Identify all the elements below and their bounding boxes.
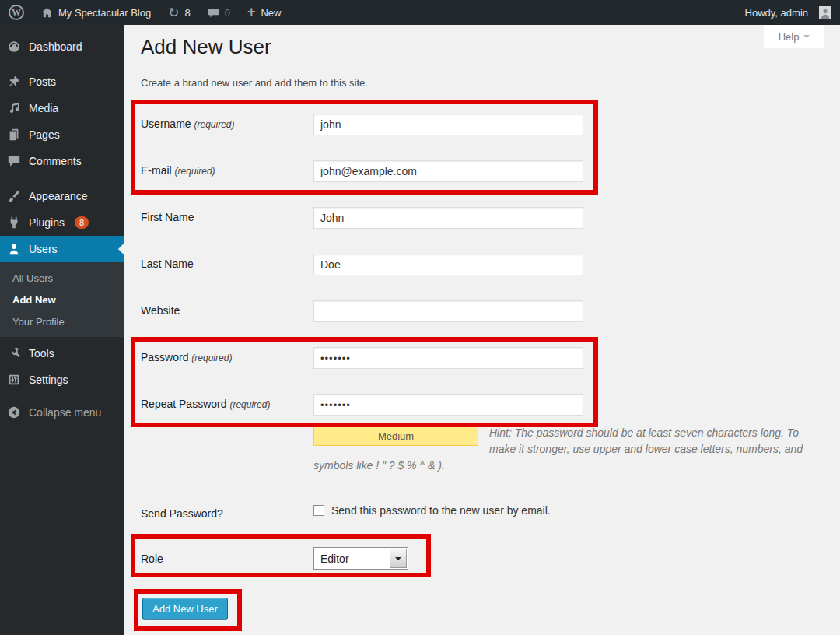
password-label: Password (required): [141, 351, 232, 363]
sidebar-item-appearance[interactable]: Appearance: [0, 183, 124, 209]
add-new-user-button[interactable]: Add New User: [142, 598, 228, 619]
help-button[interactable]: Help: [764, 25, 824, 48]
required-marker: (required): [194, 119, 234, 130]
sidebar-item-pages[interactable]: Pages: [0, 121, 124, 148]
password-strength-meter: Medium: [313, 426, 478, 446]
website-label: Website: [141, 304, 180, 317]
sidebar-item-label: Appearance: [29, 190, 88, 202]
wordpress-logo-menu[interactable]: W: [0, 0, 33, 25]
avatar: [819, 6, 831, 19]
repeat-password-label: Repeat Password (required): [141, 398, 270, 410]
required-marker: (required): [191, 353, 232, 363]
updates-count: 8: [184, 7, 190, 19]
account-menu[interactable]: Howdy, admin: [737, 0, 840, 25]
username-label: Username (required): [141, 118, 235, 130]
sidebar-item-label: Plugins: [29, 216, 65, 229]
password-input[interactable]: [313, 347, 583, 369]
comment-bubble-icon: [208, 7, 219, 19]
new-content-menu[interactable]: + New: [239, 0, 290, 25]
pages-icon: [6, 128, 22, 142]
site-name-label: My Spectacular Blog: [58, 7, 151, 19]
help-label: Help: [779, 31, 800, 43]
last-name-label: Last Name: [141, 258, 194, 270]
sidebar-item-comments[interactable]: Comments: [0, 148, 124, 174]
main-content: Help Add New User Create a brand new use…: [124, 25, 840, 635]
plugin-icon: [6, 216, 22, 230]
home-icon: [41, 7, 53, 19]
new-label: New: [261, 7, 281, 19]
role-selected-value: Editor: [320, 553, 349, 565]
sidebar-item-posts[interactable]: Posts: [0, 68, 124, 95]
sidebar-item-label: Pages: [29, 128, 60, 141]
sidebar-item-dashboard[interactable]: Dashboard: [0, 33, 124, 60]
first-name-input[interactable]: [313, 207, 583, 229]
sidebar-item-plugins[interactable]: Plugins 8: [0, 209, 124, 236]
email-input[interactable]: [313, 160, 583, 182]
page-title: Add New User: [141, 35, 271, 59]
sidebar-item-label: Posts: [29, 75, 56, 88]
chevron-down-icon: [803, 35, 810, 41]
sidebar-item-label: Media: [29, 102, 58, 114]
admin-sidebar: Dashboard Posts Media Pages Comments App…: [0, 25, 124, 635]
sidebar-item-tools[interactable]: Tools: [0, 340, 124, 367]
comments-icon: [6, 154, 22, 168]
sidebar-item-settings[interactable]: Settings: [0, 367, 124, 393]
sidebar-item-label: Settings: [29, 374, 68, 386]
wrench-icon: [6, 346, 22, 360]
users-icon: [6, 242, 22, 256]
admin-bar: W My Spectacular Blog ↻ 8 0 + New Howdy,…: [0, 0, 840, 25]
last-name-input[interactable]: [313, 254, 583, 275]
page-description: Create a brand new user and add them to …: [141, 77, 368, 89]
select-dropdown-button[interactable]: [390, 549, 407, 568]
dashboard-icon: [6, 40, 22, 54]
sidebar-item-label: Tools: [29, 347, 54, 360]
collapse-menu-label: Collapse menu: [29, 406, 101, 419]
collapse-menu-button[interactable]: Collapse menu: [0, 399, 124, 426]
collapse-icon: [6, 405, 22, 419]
email-label: E-mail (required): [141, 164, 215, 177]
paintbrush-icon: [6, 189, 22, 203]
comments-menu[interactable]: 0: [199, 0, 239, 25]
active-menu-arrow: [118, 243, 124, 255]
sidebar-item-media[interactable]: Media: [0, 95, 124, 121]
sidebar-item-label: Comments: [29, 155, 82, 167]
repeat-password-input[interactable]: [313, 394, 583, 416]
website-input[interactable]: [313, 300, 583, 322]
submenu-all-users[interactable]: All Users: [0, 268, 124, 289]
required-marker: (required): [175, 166, 215, 177]
first-name-label: First Name: [141, 211, 194, 223]
submenu-add-new[interactable]: Add New: [0, 289, 124, 311]
sidebar-item-label: Dashboard: [29, 40, 82, 53]
plugins-update-badge: 8: [75, 216, 89, 229]
sidebar-item-users[interactable]: Users: [0, 236, 124, 262]
send-password-label: Send Password?: [141, 507, 223, 520]
required-marker: (required): [229, 399, 270, 410]
comments-count: 0: [225, 7, 230, 19]
howdy-label: Howdy, admin: [745, 7, 808, 19]
password-strength-section: Medium Hint: The password should be at l…: [313, 425, 808, 474]
send-password-row: Send this password to the new user by em…: [313, 504, 551, 517]
send-password-checkbox-label: Send this password to the new user by em…: [331, 504, 551, 517]
role-label: Role: [141, 553, 163, 565]
pushpin-icon: [6, 75, 22, 89]
users-submenu: All Users Add New Your Profile: [0, 262, 124, 337]
updates-icon: ↻: [168, 6, 179, 19]
username-input[interactable]: [313, 114, 583, 135]
sidebar-item-label: Users: [29, 243, 58, 255]
plus-icon: +: [247, 5, 256, 19]
settings-icon: [6, 373, 22, 387]
media-icon: [6, 101, 22, 115]
site-name-menu[interactable]: My Spectacular Blog: [33, 0, 159, 25]
chevron-down-icon: [395, 557, 401, 563]
wordpress-logo-icon: W: [9, 5, 24, 20]
submenu-your-profile[interactable]: Your Profile: [0, 311, 124, 333]
role-select[interactable]: Editor: [313, 547, 408, 570]
updates-menu[interactable]: ↻ 8: [159, 0, 198, 25]
send-password-checkbox[interactable]: [313, 505, 324, 516]
